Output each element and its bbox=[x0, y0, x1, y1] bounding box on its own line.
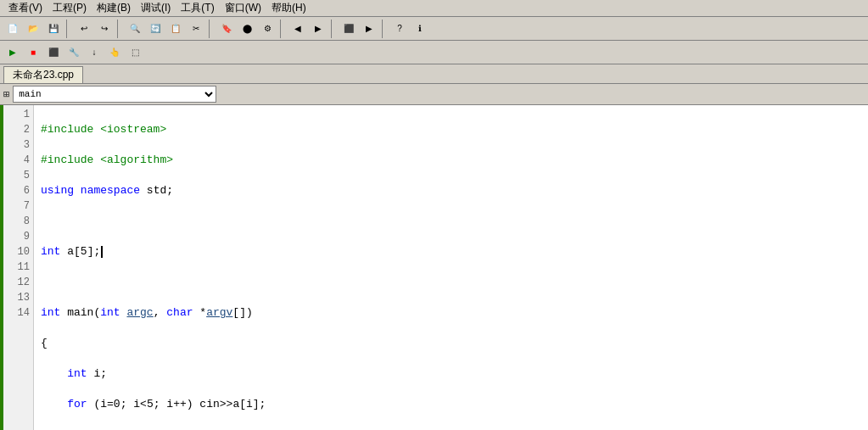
line-num-7: 7 bbox=[7, 198, 30, 214]
debug-step[interactable]: ⬛ bbox=[44, 43, 63, 62]
toolbar2: ▶ ■ ⬛ 🔧 ↓ 👆 ⬚ bbox=[0, 41, 868, 64]
line-num-9: 9 bbox=[7, 229, 30, 244]
menu-build[interactable]: 构建(B) bbox=[92, 0, 136, 16]
tool5-button[interactable]: ⚙ bbox=[258, 20, 277, 38]
undo-button[interactable]: ↩ bbox=[75, 20, 93, 38]
sep3 bbox=[209, 20, 214, 38]
funcbar: ⊞ main bbox=[0, 83, 868, 105]
replace-button[interactable]: 🔄 bbox=[146, 20, 165, 38]
line-num-10: 10 bbox=[7, 244, 30, 260]
line-num-5: 5 bbox=[7, 168, 30, 183]
search-button[interactable]: 🔍 bbox=[126, 20, 144, 38]
function-selector[interactable]: main bbox=[13, 86, 216, 103]
breakpoint-button[interactable]: ⬤ bbox=[238, 20, 256, 38]
menubar: 查看(V) 工程(P) 构建(B) 调试(I) 工具(T) 窗口(W) 帮助(H… bbox=[0, 0, 868, 17]
new-button[interactable]: 📄 bbox=[3, 20, 22, 38]
code-line-7: int main(int argc, char *argv[]) bbox=[41, 305, 861, 321]
bookmark-button[interactable]: 🔖 bbox=[217, 20, 236, 38]
code-line-6 bbox=[41, 275, 861, 290]
toolbar1: 📄 📂 💾 ↩ ↪ 🔍 🔄 📋 ✂ 🔖 ⬤ ⚙ ◀ ▶ ⬛ ▶ ? ℹ bbox=[0, 17, 868, 41]
editor-wrapper: 1 2 3 4 5 6 7 8 9 10 11 12 13 14 #includ… bbox=[0, 105, 868, 430]
run-button[interactable]: ▶ bbox=[360, 20, 378, 38]
line-num-8: 8 bbox=[7, 214, 30, 229]
code-line-2: #include <algorithm> bbox=[41, 153, 861, 168]
help-button[interactable]: ? bbox=[390, 20, 409, 38]
info-button[interactable]: ℹ bbox=[411, 20, 429, 38]
debug-next[interactable]: ↓ bbox=[85, 43, 104, 62]
debug-extra[interactable]: ⬚ bbox=[126, 43, 144, 62]
line-num-1: 1 bbox=[7, 107, 30, 122]
line-num-12: 12 bbox=[7, 275, 30, 290]
code-line-10: for (i=0; i<5; i++) cin>>a[i]; bbox=[41, 397, 861, 412]
editor-area: 1 2 3 4 5 6 7 8 9 10 11 12 13 14 #includ… bbox=[0, 105, 868, 430]
file-tab[interactable]: 未命名23.cpp bbox=[3, 66, 83, 83]
line-num-6: 6 bbox=[7, 183, 30, 198]
save-button[interactable]: 💾 bbox=[44, 20, 63, 38]
code-line-9: int i; bbox=[41, 366, 861, 382]
menu-debug[interactable]: 调试(I) bbox=[136, 0, 176, 16]
tabbar: 未命名23.cpp bbox=[0, 64, 868, 83]
compile-button[interactable]: ⬛ bbox=[339, 20, 358, 38]
prev-button[interactable]: ◀ bbox=[288, 20, 307, 38]
func-icon: ⊞ bbox=[3, 88, 9, 101]
cut-button[interactable]: ✂ bbox=[187, 20, 205, 38]
sep5 bbox=[331, 20, 336, 38]
code-line-5: int a[5]; bbox=[41, 244, 861, 260]
debug-build[interactable]: 🔧 bbox=[64, 43, 83, 62]
menu-tools[interactable]: 工具(T) bbox=[176, 0, 219, 16]
sep2 bbox=[117, 20, 122, 38]
menu-help[interactable]: 帮助(H) bbox=[266, 0, 311, 16]
code-content[interactable]: #include <iostream> #include <algorithm>… bbox=[34, 105, 868, 430]
line-num-3: 3 bbox=[7, 137, 30, 153]
line-num-4: 4 bbox=[7, 153, 30, 168]
debug-pointer[interactable]: 👆 bbox=[105, 43, 124, 62]
menu-project[interactable]: 工程(P) bbox=[48, 0, 92, 16]
menu-window[interactable]: 窗口(W) bbox=[220, 0, 266, 16]
redo-button[interactable]: ↪ bbox=[95, 20, 114, 38]
debug-stop[interactable]: ■ bbox=[24, 43, 42, 62]
menu-view[interactable]: 查看(V) bbox=[3, 0, 48, 16]
sep4 bbox=[280, 20, 285, 38]
open-button[interactable]: 📂 bbox=[24, 20, 42, 38]
copy-button[interactable]: 📋 bbox=[166, 20, 185, 38]
line-numbers: 1 2 3 4 5 6 7 8 9 10 11 12 13 14 bbox=[3, 105, 34, 430]
line-num-11: 11 bbox=[7, 260, 30, 275]
sep6 bbox=[382, 20, 387, 38]
line-num-2: 2 bbox=[7, 122, 30, 137]
sep1 bbox=[66, 20, 71, 38]
line-num-14: 14 bbox=[7, 305, 30, 321]
line-num-13: 13 bbox=[7, 290, 30, 305]
code-line-1: #include <iostream> bbox=[41, 122, 861, 137]
next-button[interactable]: ▶ bbox=[309, 20, 328, 38]
code-line-8: { bbox=[41, 336, 861, 351]
code-line-4 bbox=[41, 214, 861, 229]
debug-run[interactable]: ▶ bbox=[3, 43, 22, 62]
code-line-3: using namespace std; bbox=[41, 183, 861, 198]
